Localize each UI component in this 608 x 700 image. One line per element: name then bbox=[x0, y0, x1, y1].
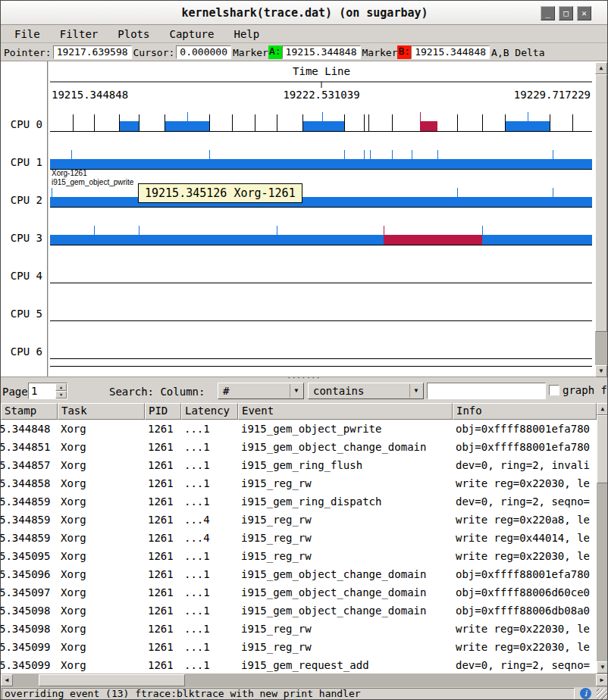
page-spinner[interactable]: 1 ▲ ▼ bbox=[28, 383, 67, 399]
cell-stamp: 5.344848 bbox=[1, 420, 58, 438]
cell-latency: ...1 bbox=[181, 638, 238, 656]
column-header-info[interactable]: Info bbox=[453, 403, 597, 420]
cell-info: obj=0xffff88006db08a0 bbox=[453, 602, 597, 620]
column-header-pid[interactable]: PID bbox=[145, 403, 181, 420]
cell-task: Xorg bbox=[58, 420, 145, 438]
cell-info: dev=0, ring=2, invali bbox=[453, 456, 597, 474]
marker-b-badge: B: bbox=[397, 45, 411, 59]
scroll-left-icon[interactable]: ◀ bbox=[1, 674, 13, 686]
table-row[interactable]: 5.345096Xorg1261...1i915_gem_object_chan… bbox=[1, 565, 597, 583]
cell-pid: 1261 bbox=[145, 438, 181, 456]
graph-vertical-scrollbar[interactable]: ▲ ▼ bbox=[595, 62, 607, 377]
list-horizontal-scrollbar[interactable]: ◀ ▶ bbox=[1, 673, 608, 687]
status-message: overriding event (13) ftrace:blktrace wi… bbox=[2, 688, 575, 700]
cell-latency: ...1 bbox=[181, 547, 238, 565]
list-scrollbar-thumb[interactable] bbox=[597, 415, 608, 483]
match-type-select[interactable]: contains ▼ bbox=[308, 383, 424, 399]
graph-scrollbar-thumb[interactable] bbox=[595, 74, 607, 332]
column-header-task[interactable]: Task bbox=[58, 403, 145, 420]
scroll-down-icon[interactable]: ▼ bbox=[595, 365, 607, 377]
scroll-down-icon[interactable]: ▼ bbox=[597, 661, 608, 673]
cell-stamp: 5.345099 bbox=[1, 638, 58, 656]
kernelshark-window: kernelshark(trace.dat) (on sugarbay) _ □… bbox=[0, 0, 608, 700]
marker-b-value: 19215.344848 bbox=[411, 45, 490, 59]
table-row[interactable]: 5.344851Xorg1261...1i915_gem_object_chan… bbox=[1, 438, 597, 456]
table-row[interactable]: 5.344859Xorg1261...4i915_reg_rwwrite reg… bbox=[1, 511, 597, 529]
menu-item-file[interactable]: File bbox=[10, 27, 45, 42]
chevron-down-icon[interactable]: ▼ bbox=[409, 384, 422, 398]
spin-down-icon[interactable]: ▼ bbox=[55, 391, 67, 398]
pointer-value: 19217.639598 bbox=[53, 45, 132, 59]
cell-latency: ...1 bbox=[181, 456, 238, 474]
table-row[interactable]: 5.345099Xorg1261...1i915_gem_request_add… bbox=[1, 656, 597, 673]
table-row[interactable]: 5.345099Xorg1261...1i915_reg_rwwrite reg… bbox=[1, 638, 597, 656]
maximize-button[interactable]: □ bbox=[559, 6, 573, 20]
cell-stamp: 5.344858 bbox=[1, 474, 58, 492]
cpu-label-2: CPU 2 bbox=[11, 194, 42, 206]
cpu-task-bar[interactable] bbox=[165, 121, 209, 131]
table-row[interactable]: 5.345098Xorg1261...1i915_gem_object_chan… bbox=[1, 602, 597, 620]
menu-item-help[interactable]: Help bbox=[229, 27, 264, 42]
cpu-label-0: CPU 0 bbox=[11, 118, 42, 130]
graph-follows-checkbox[interactable] bbox=[549, 385, 559, 395]
task-annotation: Xorg-1261i915_gem_object_pwrite bbox=[52, 169, 133, 187]
cell-task: Xorg bbox=[58, 511, 145, 529]
spin-up-icon[interactable]: ▲ bbox=[55, 383, 67, 391]
table-row[interactable]: 5.344859Xorg1261...4i915_reg_rwwrite reg… bbox=[1, 529, 597, 547]
table-row[interactable]: 5.344859Xorg1261...1i915_gem_ring_dispat… bbox=[1, 492, 597, 511]
menu-item-filter[interactable]: Filter bbox=[55, 27, 103, 42]
marker-a-value: 19215.344848 bbox=[282, 45, 361, 59]
titlebar[interactable]: kernelshark(trace.dat) (on sugarbay) _ □… bbox=[1, 1, 608, 25]
cell-info: dev=0, ring=2, seqno= bbox=[453, 492, 597, 511]
cell-pid: 1261 bbox=[145, 420, 181, 438]
cell-stamp: 5.344859 bbox=[1, 529, 58, 547]
cell-latency: ...1 bbox=[181, 420, 238, 438]
marker-a-label: Marker bbox=[233, 47, 268, 58]
cpu-run-bar[interactable] bbox=[50, 197, 592, 207]
list-vertical-scrollbar[interactable]: ▲ ▼ bbox=[597, 403, 608, 673]
cell-info: obj=0xffff88001efa780 bbox=[453, 565, 597, 583]
table-row[interactable]: 5.345098Xorg1261...1i915_reg_rwwrite reg… bbox=[1, 620, 597, 638]
cpu-run-bar[interactable] bbox=[50, 235, 592, 245]
chevron-down-icon[interactable]: ▼ bbox=[290, 384, 302, 398]
cpu-label-column: CPU 0CPU 1CPU 2CPU 3CPU 4CPU 5CPU 6 bbox=[1, 61, 49, 377]
cell-task: Xorg bbox=[58, 492, 145, 511]
table-row[interactable]: 5.344858Xorg1261...1i915_reg_rwwrite reg… bbox=[1, 474, 597, 492]
table-row[interactable]: 5.344848Xorg1261...1i915_gem_object_pwri… bbox=[1, 420, 597, 438]
search-input[interactable] bbox=[427, 383, 546, 399]
cpu-task-bar[interactable] bbox=[119, 121, 139, 131]
page-value[interactable]: 1 bbox=[31, 383, 37, 398]
pane-resize-handle[interactable]: ······· bbox=[281, 374, 327, 382]
scroll-right-icon[interactable]: ▶ bbox=[596, 674, 608, 686]
menu-item-plots[interactable]: Plots bbox=[113, 27, 154, 42]
cpu-task-bar[interactable] bbox=[505, 121, 550, 131]
window-resize-grip[interactable] bbox=[597, 689, 608, 700]
cell-info: obj=0xffff88001efa780 bbox=[453, 438, 597, 456]
cell-event: i915_reg_rw bbox=[238, 474, 453, 492]
cpu-task-bar[interactable] bbox=[420, 121, 437, 131]
info-icon[interactable]: i bbox=[580, 688, 591, 699]
cpu-run-bar[interactable] bbox=[50, 159, 592, 169]
close-button[interactable]: ✕ bbox=[577, 6, 591, 20]
table-row[interactable]: 5.345097Xorg1261...1i915_gem_object_chan… bbox=[1, 583, 597, 602]
cell-pid: 1261 bbox=[145, 547, 181, 565]
scroll-up-icon[interactable]: ▲ bbox=[595, 62, 607, 74]
table-row[interactable]: 5.345095Xorg1261...1i915_reg_rwwrite reg… bbox=[1, 547, 597, 565]
cpu-task-bar-red[interactable] bbox=[384, 235, 482, 245]
table-row[interactable]: 5.344857Xorg1261...1i915_gem_ring_flushd… bbox=[1, 456, 597, 474]
cell-latency: ...1 bbox=[181, 492, 238, 511]
cell-stamp: 5.344851 bbox=[1, 438, 58, 456]
column-header-latency[interactable]: Latency bbox=[181, 403, 238, 420]
minimize-button[interactable]: _ bbox=[541, 6, 555, 20]
cell-task: Xorg bbox=[58, 438, 145, 456]
column-header-stamp[interactable]: Stamp bbox=[1, 403, 58, 420]
column-select[interactable]: # ▼ bbox=[218, 383, 304, 399]
cpu-task-bar[interactable] bbox=[302, 121, 344, 131]
menu-item-capture[interactable]: Capture bbox=[165, 27, 218, 42]
timeline-plot-area[interactable]: Time Line19215.34484819222.53103919229.7… bbox=[50, 61, 593, 377]
hscrollbar-thumb[interactable] bbox=[39, 674, 185, 686]
scroll-up-icon[interactable]: ▲ bbox=[597, 403, 608, 415]
cell-event: i915_reg_rw bbox=[238, 638, 453, 656]
column-header-event[interactable]: Event bbox=[238, 403, 453, 420]
column-select-value: # bbox=[223, 385, 229, 397]
